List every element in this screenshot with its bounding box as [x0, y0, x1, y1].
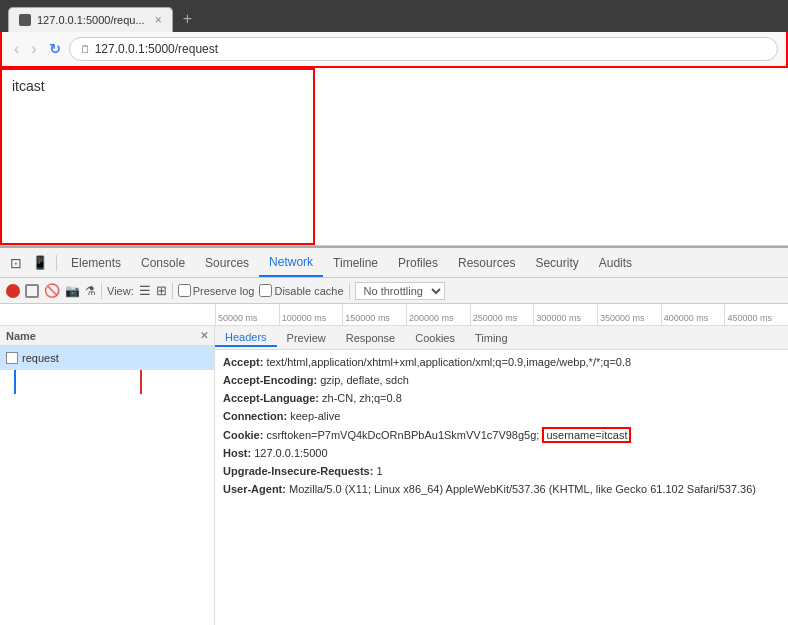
tab-elements[interactable]: Elements	[61, 248, 131, 277]
list-close-icon[interactable]: ✕	[200, 330, 208, 341]
ruler-mark-8: 400000 ms	[661, 304, 725, 325]
devtools-tab-bar: ⊡ 📱 Elements Console Sources Network Tim…	[0, 248, 788, 278]
right-tab-headers[interactable]: Headers	[215, 329, 277, 347]
devtools-panel: ⊡ 📱 Elements Console Sources Network Tim…	[0, 246, 788, 625]
toolbar-sep2	[172, 283, 173, 299]
ruler-mark-1: 50000 ms	[215, 304, 279, 325]
toolbar-sep3	[349, 283, 350, 299]
header-accept-language: Accept-Language: zh-CN, zh;q=0.8	[223, 389, 780, 407]
request-item-label: request	[22, 352, 59, 364]
header-accept-encoding: Accept-Encoding: gzip, deflate, sdch	[223, 371, 780, 389]
view-label: View:	[107, 285, 134, 297]
timeline-bars	[0, 370, 214, 625]
inspect-icon[interactable]: ⊡	[4, 251, 28, 275]
request-file-icon	[6, 352, 18, 364]
right-tab-preview[interactable]: Preview	[277, 330, 336, 346]
back-btn[interactable]: ‹	[10, 38, 23, 60]
stop-recording-btn[interactable]	[25, 284, 39, 298]
filter-icon[interactable]: ⚗	[85, 284, 96, 298]
tab-bar: 127.0.0.1:5000/requ... × +	[8, 0, 200, 32]
clear-btn[interactable]: 🚫	[44, 283, 60, 298]
ruler-mark-4: 200000 ms	[406, 304, 470, 325]
headers-content: Accept: text/html,application/xhtml+xml,…	[215, 350, 788, 625]
ruler-mark-2: 100000 ms	[279, 304, 343, 325]
url-text: 127.0.0.1:5000/request	[95, 42, 218, 56]
ruler-mark-5: 250000 ms	[470, 304, 534, 325]
right-tab-cookies[interactable]: Cookies	[405, 330, 465, 346]
ruler-marks: 50000 ms 100000 ms 150000 ms 200000 ms 2…	[215, 304, 788, 325]
url-bar[interactable]: 🗒 127.0.0.1:5000/request	[69, 37, 778, 61]
page-red-outline: itcast	[0, 68, 315, 245]
browser-page: itcast	[0, 68, 788, 246]
list-view-btn[interactable]: ☰	[139, 283, 151, 298]
url-page-icon: 🗒	[80, 43, 91, 55]
tab-separator	[56, 255, 57, 271]
list-item-request[interactable]: request	[0, 346, 214, 370]
tab-label: 127.0.0.1:5000/requ...	[37, 14, 145, 26]
tab-network[interactable]: Network	[259, 248, 323, 277]
forward-btn[interactable]: ›	[27, 38, 40, 60]
network-toolbar: 🚫 📷 ⚗ View: ☰ ⊞ Preserve log Disable cac…	[0, 278, 788, 304]
preserve-log-check[interactable]: Preserve log	[178, 284, 255, 297]
tab-console[interactable]: Console	[131, 248, 195, 277]
tab-close-btn[interactable]: ×	[155, 13, 162, 27]
tab-sources[interactable]: Sources	[195, 248, 259, 277]
right-panel-tabs: Headers Preview Response Cookies Timing	[215, 326, 788, 350]
address-bar: ‹ › ↻ 🗒 127.0.0.1:5000/request	[0, 32, 788, 68]
camera-btn[interactable]: 📷	[65, 284, 80, 298]
timeline-bar-blue	[14, 370, 16, 394]
right-panel: Headers Preview Response Cookies Timing …	[215, 326, 788, 625]
network-body: Name ✕ request Headers Preview Response …	[0, 326, 788, 625]
tree-view-btn[interactable]: ⊞	[156, 283, 167, 298]
right-tab-timing[interactable]: Timing	[465, 330, 518, 346]
ruler-mark-9: 450000 ms	[724, 304, 788, 325]
left-panel: Name ✕ request	[0, 326, 215, 625]
header-upgrade-insecure: Upgrade-Insecure-Requests: 1	[223, 462, 780, 480]
header-user-agent: User-Agent: Mozilla/5.0 (X11; Linux x86_…	[223, 480, 780, 498]
right-tab-response[interactable]: Response	[336, 330, 406, 346]
tab-profiles[interactable]: Profiles	[388, 248, 448, 277]
preserve-log-label: Preserve log	[193, 285, 255, 297]
throttle-select[interactable]: No throttling GPRS 3G DSL	[355, 282, 445, 300]
tab-timeline[interactable]: Timeline	[323, 248, 388, 277]
ruler-mark-6: 300000 ms	[533, 304, 597, 325]
record-btn[interactable]	[6, 284, 20, 298]
header-cookie: Cookie: csrftoken=P7mVQ4kDcORnBPbAu1SkmV…	[223, 426, 780, 444]
header-accept: Accept: text/html,application/xhtml+xml,…	[223, 353, 780, 371]
timeline-bar-red	[140, 370, 142, 394]
page-content-text: itcast	[2, 70, 313, 102]
disable-cache-check[interactable]: Disable cache	[259, 284, 343, 297]
browser-chrome: 127.0.0.1:5000/requ... × +	[0, 0, 788, 32]
ruler-mark-7: 350000 ms	[597, 304, 661, 325]
tab-security[interactable]: Security	[525, 248, 588, 277]
name-header-label: Name	[6, 330, 36, 342]
ruler-mark-3: 150000 ms	[342, 304, 406, 325]
header-connection: Connection: keep-alive	[223, 407, 780, 425]
tab-resources[interactable]: Resources	[448, 248, 525, 277]
tab-favicon	[19, 14, 31, 26]
cookie-highlight: username=itcast	[542, 427, 631, 443]
refresh-btn[interactable]: ↻	[45, 39, 65, 59]
toolbar-sep1	[101, 283, 102, 299]
device-icon[interactable]: 📱	[28, 251, 52, 275]
tab-audits[interactable]: Audits	[589, 248, 642, 277]
new-tab-btn[interactable]: +	[175, 10, 200, 32]
list-header: Name ✕	[0, 326, 214, 346]
header-host: Host: 127.0.0.1:5000	[223, 444, 780, 462]
timeline-ruler: 50000 ms 100000 ms 150000 ms 200000 ms 2…	[0, 304, 788, 326]
disable-cache-label: Disable cache	[274, 285, 343, 297]
active-tab[interactable]: 127.0.0.1:5000/requ... ×	[8, 7, 173, 32]
